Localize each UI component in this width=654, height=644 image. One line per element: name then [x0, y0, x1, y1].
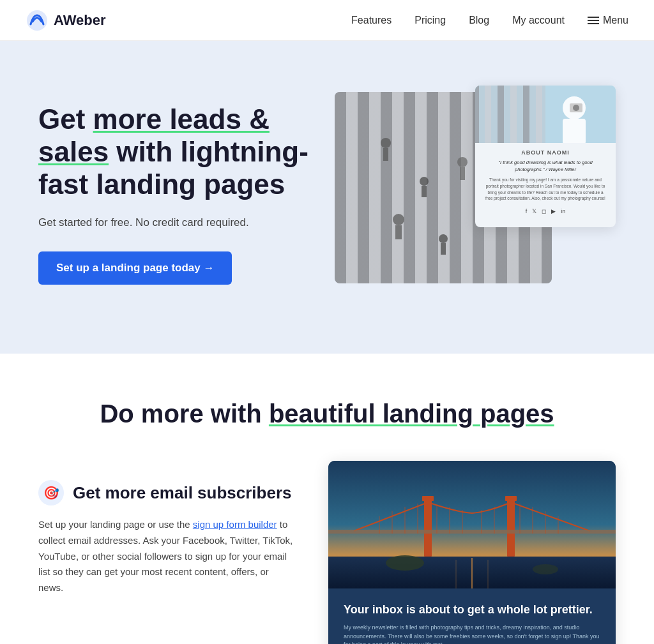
feature-icon-wrap: 🎯 [38, 480, 64, 505]
svg-point-5 [457, 157, 468, 167]
svg-point-47 [533, 564, 558, 574]
svg-rect-31 [505, 496, 517, 501]
menu-button[interactable]: Menu [588, 15, 628, 26]
twitter-icon: 𝕏 [532, 208, 536, 214]
svg-point-7 [393, 214, 404, 225]
hero-cta-button[interactable]: Set up a landing page today → [38, 251, 232, 285]
card-photo [475, 86, 616, 143]
section2-title-start: Do more with [100, 400, 268, 428]
target-icon: 🎯 [43, 485, 59, 500]
email-card-body: Your inbox is about to get a whole lot p… [328, 588, 616, 644]
hero-subtitle: Get started for free. No credit card req… [38, 214, 319, 231]
hero-left: Get more leads & sales with lightning-fa… [38, 103, 319, 284]
card-name-label: ABOUT NAOMI [484, 149, 607, 156]
signup-form-link[interactable]: sign up form builder [193, 519, 277, 530]
email-signup-card: Your inbox is about to get a whole lot p… [328, 461, 616, 644]
instagram-icon: ◻ [542, 208, 546, 214]
feature-desc-start: Set up your landing page or use the [38, 519, 193, 530]
nav-blog[interactable]: Blog [469, 15, 489, 26]
feature-description: Set up your landing page or use the sign… [38, 517, 296, 596]
nav-my-account[interactable]: My account [512, 15, 565, 26]
svg-rect-8 [395, 225, 402, 239]
section2: Do more with beautiful landing pages 🎯 G… [0, 354, 654, 644]
feature-desc-end: to collect email addresses. Ask your Fac… [38, 519, 293, 593]
svg-point-3 [420, 177, 429, 186]
logo[interactable]: AWeber [26, 9, 106, 32]
hero-title: Get more leads & sales with lightning-fa… [38, 103, 319, 200]
hamburger-icon [588, 17, 599, 24]
section2-left: 🎯 Get more email subscribers Set up your… [38, 461, 296, 596]
svg-rect-32 [328, 530, 616, 534]
section2-title: Do more with beautiful landing pages [38, 398, 616, 429]
feature-title: Get more email subscribers [73, 483, 291, 503]
svg-rect-29 [507, 499, 515, 557]
section2-content: 🎯 Get more email subscribers Set up your… [38, 461, 616, 644]
hero-section: Get more leads & sales with lightning-fa… [0, 41, 654, 354]
svg-rect-28 [424, 499, 432, 557]
hero-title-start: Get [38, 103, 93, 135]
card-quote: "I think good dreaming is what leads to … [484, 160, 607, 173]
svg-point-1 [381, 138, 391, 148]
card-socials: f 𝕏 ◻ ▶ in [484, 208, 607, 214]
svg-point-15 [573, 105, 579, 111]
facebook-icon: f [526, 208, 528, 214]
hero-illustration: ABOUT NAOMI "I think good dreaming is wh… [328, 86, 616, 303]
svg-rect-10 [441, 243, 446, 255]
feature-header: 🎯 Get more email subscribers [38, 480, 296, 505]
section2-title-highlight: beautiful landing pages [269, 400, 554, 428]
card-body: ABOUT NAOMI "I think good dreaming is wh… [475, 143, 616, 217]
svg-point-0 [27, 10, 47, 31]
linkedin-icon: in [561, 208, 565, 214]
svg-rect-6 [460, 167, 465, 180]
svg-rect-4 [422, 186, 427, 197]
card-photo-svg [475, 86, 616, 143]
main-nav: Features Pricing Blog My account Menu [351, 15, 628, 26]
card-body-text: Thank you for visiting my page! I am a p… [484, 177, 607, 202]
golden-gate-svg [328, 461, 616, 588]
svg-point-9 [439, 234, 448, 243]
svg-rect-13 [563, 119, 586, 143]
nav-pricing[interactable]: Pricing [414, 15, 446, 26]
youtube-icon: ▶ [551, 208, 556, 214]
hero-profile-card: ABOUT NAOMI "I think good dreaming is wh… [475, 86, 616, 227]
logo-label: AWeber [54, 12, 106, 29]
email-card-heading: Your inbox is about to get a whole lot p… [344, 603, 600, 617]
svg-rect-2 [383, 148, 388, 161]
nav-features[interactable]: Features [351, 15, 392, 26]
email-card-desc: My weekly newsletter is filled with phot… [344, 624, 600, 644]
svg-rect-30 [422, 496, 434, 501]
aweber-logo-icon [26, 9, 49, 32]
bridge-photo [328, 461, 616, 588]
svg-point-46 [386, 555, 424, 571]
